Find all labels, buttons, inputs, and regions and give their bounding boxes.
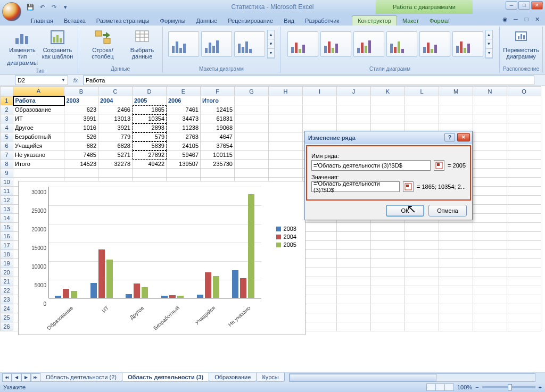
svg-rect-7 bbox=[95, 31, 102, 36]
office-button[interactable] bbox=[2, 2, 21, 21]
svg-rect-8 bbox=[104, 38, 110, 44]
chart-legend: 200320042005 bbox=[276, 224, 296, 249]
restore-button[interactable]: □ bbox=[518, 1, 530, 10]
series-values-label: Значения: bbox=[311, 174, 466, 180]
svg-rect-19 bbox=[437, 163, 440, 166]
series-values-input[interactable]: ='Область деятельности (3)'!$D$ bbox=[311, 181, 400, 192]
ok-button[interactable]: ОК bbox=[386, 205, 424, 216]
zoom-level: 100% bbox=[457, 384, 472, 390]
qat-redo-icon[interactable]: ↷ bbox=[49, 2, 59, 12]
svg-rect-16 bbox=[521, 34, 522, 39]
sheet-nav-prev[interactable]: ◀ bbox=[12, 373, 21, 382]
style-thumb[interactable] bbox=[353, 31, 384, 57]
style-thumb[interactable] bbox=[320, 31, 351, 57]
zoom-out-button[interactable]: − bbox=[475, 384, 478, 390]
style-thumb[interactable] bbox=[419, 31, 450, 57]
tab-home[interactable]: Главная bbox=[26, 16, 59, 26]
zoom-in-button[interactable]: + bbox=[539, 384, 542, 390]
save-as-template-button[interactable]: Сохранить как шаблон bbox=[40, 28, 75, 67]
qat-undo-icon[interactable]: ↶ bbox=[37, 2, 47, 12]
tab-formulas[interactable]: Формулы bbox=[155, 16, 191, 26]
svg-rect-0 bbox=[15, 38, 19, 44]
style-thumb[interactable] bbox=[452, 31, 483, 57]
close-button[interactable]: ✕ bbox=[531, 1, 543, 10]
svg-rect-21 bbox=[406, 185, 409, 187]
layout-thumb[interactable] bbox=[234, 31, 265, 57]
series-name-label: Имя ряда: bbox=[311, 153, 466, 159]
svg-rect-15 bbox=[518, 36, 519, 39]
embedded-chart[interactable]: 050001000015000200002500030000Образовани… bbox=[18, 181, 305, 335]
series-name-input[interactable]: ='Область деятельности (3)'!$D$ bbox=[311, 160, 431, 171]
view-pagelayout-button[interactable] bbox=[435, 383, 445, 391]
name-box[interactable]: D2 ▼ bbox=[15, 76, 68, 85]
style-gallery-scroll[interactable]: ▲▼▾ bbox=[485, 30, 493, 59]
ribbon-close-icon[interactable]: ✕ bbox=[532, 15, 542, 23]
sheet-tab-bar: ⏮ ◀ ▶ ⏭ Область деятельности (2)Область … bbox=[0, 372, 545, 382]
group-data-label: Данные bbox=[111, 65, 130, 72]
ribbon-tabs: Главная Вставка Разметка страницы Формул… bbox=[0, 14, 545, 26]
layout-thumb[interactable] bbox=[201, 31, 232, 57]
dialog-help-button[interactable]: ? bbox=[444, 133, 455, 141]
select-data-button[interactable]: Выбрать данные bbox=[125, 28, 159, 61]
svg-rect-9 bbox=[136, 31, 148, 41]
zoom-slider[interactable] bbox=[482, 386, 535, 388]
tab-chartdesign[interactable]: Конструктор bbox=[352, 15, 397, 26]
ribbon-restore-icon[interactable]: □ bbox=[522, 15, 531, 23]
style-thumb[interactable] bbox=[386, 31, 417, 57]
cancel-button[interactable]: Отмена bbox=[428, 205, 467, 216]
range-picker-icon[interactable] bbox=[434, 160, 444, 171]
svg-rect-5 bbox=[56, 35, 59, 43]
status-mode: Укажите bbox=[3, 384, 26, 390]
formula-bar[interactable]: Работа bbox=[83, 76, 534, 85]
tab-chartformat[interactable]: Формат bbox=[424, 16, 456, 26]
help-icon[interactable]: ◉ bbox=[500, 15, 510, 23]
tab-chartlayout[interactable]: Макет bbox=[397, 16, 424, 26]
sheet-nav-next[interactable]: ▶ bbox=[21, 373, 31, 382]
qat-save-icon[interactable]: 💾 bbox=[26, 2, 35, 12]
group-layouts-label: Макеты диаграмм bbox=[199, 65, 244, 72]
sheet-nav-last[interactable]: ⏭ bbox=[31, 373, 40, 382]
worksheet-grid[interactable]: ABCDEFGHIJKLMNO1Работа2003200420052006Ит… bbox=[0, 86, 545, 373]
tab-developer[interactable]: Разработчик bbox=[300, 16, 344, 26]
switch-icon bbox=[94, 29, 111, 46]
dialog-close-button[interactable]: ✕ bbox=[457, 133, 470, 141]
sheet-nav-first[interactable]: ⏮ bbox=[2, 373, 12, 382]
move-chart-button[interactable]: Переместить диаграмму bbox=[504, 28, 538, 61]
svg-rect-17 bbox=[523, 35, 525, 39]
select-data-icon bbox=[134, 29, 151, 46]
tab-view[interactable]: Вид bbox=[278, 16, 300, 26]
qat-customize-icon[interactable]: ▾ bbox=[61, 2, 70, 12]
tab-data[interactable]: Данные bbox=[191, 16, 222, 26]
switch-row-col-button[interactable]: Строка/столбец bbox=[81, 28, 124, 61]
dialog-title: Изменение ряда bbox=[308, 135, 356, 141]
sheet-tab[interactable]: Курсы bbox=[256, 373, 284, 382]
sheet-tab[interactable]: Область деятельности (3) bbox=[122, 373, 209, 382]
horizontal-scrollbar[interactable] bbox=[289, 373, 535, 382]
group-location-label: Расположение bbox=[503, 65, 539, 72]
svg-rect-4 bbox=[53, 37, 55, 43]
range-picker-icon[interactable] bbox=[403, 181, 414, 192]
ribbon: Изменить тип диаграммы Сохранить как шаб… bbox=[0, 26, 545, 74]
svg-rect-1 bbox=[20, 34, 23, 44]
series-values-result: = 1865; 10354; 2... bbox=[417, 184, 466, 190]
move-chart-icon bbox=[513, 29, 530, 46]
tab-review[interactable]: Рецензирование bbox=[222, 16, 278, 26]
group-styles-label: Стили диаграмм bbox=[369, 65, 410, 72]
minimize-button[interactable]: ─ bbox=[506, 1, 517, 10]
svg-rect-6 bbox=[60, 38, 62, 43]
layout-thumb[interactable] bbox=[168, 31, 199, 57]
change-chart-type-button[interactable]: Изменить тип диаграммы bbox=[5, 28, 39, 67]
view-normal-button[interactable] bbox=[426, 383, 436, 391]
template-icon bbox=[49, 29, 66, 46]
style-thumb[interactable] bbox=[287, 31, 318, 57]
view-pagebreak-button[interactable] bbox=[444, 383, 454, 391]
window-title: Статистика - Microsoft Excel bbox=[231, 3, 313, 11]
ribbon-minimize-icon[interactable]: ─ bbox=[511, 15, 521, 23]
namebox-dropdown-icon[interactable]: ▼ bbox=[61, 78, 65, 82]
sheet-tab[interactable]: Образование bbox=[209, 373, 257, 382]
sheet-tab[interactable]: Область деятельности (2) bbox=[40, 373, 122, 382]
layout-gallery-scroll[interactable]: ▲▼▾ bbox=[267, 30, 275, 59]
tab-insert[interactable]: Вставка bbox=[59, 16, 91, 26]
fx-icon[interactable]: fx bbox=[70, 76, 81, 85]
tab-pagelayout[interactable]: Разметка страницы bbox=[91, 16, 155, 26]
